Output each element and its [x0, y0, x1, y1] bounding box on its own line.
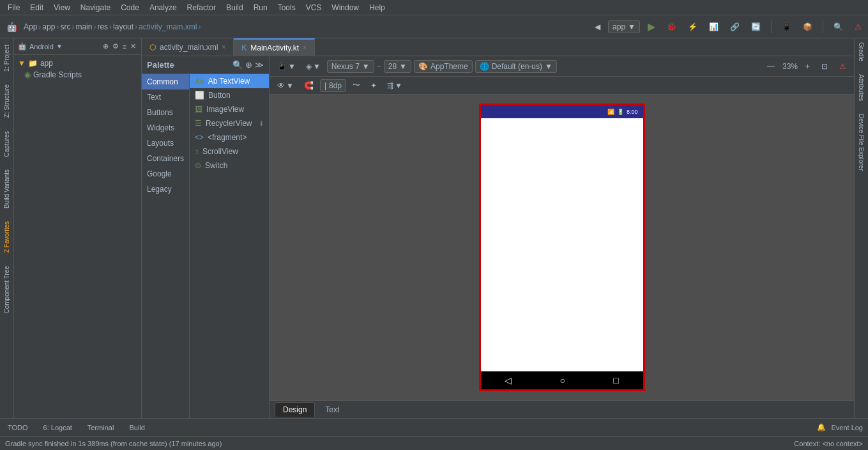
locale-dropdown[interactable]: 🌐 Default (en-us) ▼ — [475, 60, 557, 73]
palette-cat-common[interactable]: Common — [142, 74, 189, 89]
project-more-button[interactable]: ≡ — [121, 42, 128, 52]
menu-help[interactable]: Help — [364, 0, 390, 15]
api-dropdown[interactable]: 28 ▼ — [384, 60, 411, 73]
palette-cat-containers[interactable]: Containers — [142, 151, 189, 166]
error-button[interactable]: ⚠ — [851, 21, 865, 33]
palette-cat-widgets[interactable]: Widgets — [142, 120, 189, 136]
project-settings-button[interactable]: ⚙ — [111, 41, 120, 52]
sidebar-component-tree-icon[interactable]: Component Tree — [2, 262, 11, 318]
menu-analyze[interactable]: Analyze — [144, 0, 182, 15]
tab-close-mainactivity[interactable]: × — [303, 44, 307, 51]
run-button[interactable]: ▶ — [644, 19, 659, 34]
palette-item-imageview[interactable]: 🖼 ImageView — [190, 102, 269, 116]
sidebar-build-variants-icon[interactable]: Build Variants — [2, 166, 11, 212]
canvas-tab-text[interactable]: Text — [317, 403, 347, 417]
tree-item-app[interactable]: ▼ 📁 app — [14, 58, 141, 69]
project-add-button[interactable]: ⊕ — [102, 41, 110, 52]
breadcrumb-res[interactable]: res — [97, 22, 108, 31]
breadcrumb-app[interactable]: App — [24, 22, 37, 31]
device-label: Nexus 7 — [331, 62, 360, 71]
palette-add-icon[interactable]: ⊕ — [245, 60, 252, 70]
sidebar-gradle-icon[interactable]: Gradle — [857, 38, 866, 65]
palette-item-switch[interactable]: ⊙ Switch — [190, 159, 269, 173]
bottom-tab-logcat[interactable]: 6: Logcat — [41, 423, 75, 433]
sidebar-structure-icon[interactable]: Z: Structure — [2, 81, 11, 121]
nav-recent-btn[interactable]: □ — [613, 375, 618, 385]
breadcrumb-src[interactable]: src — [60, 22, 70, 31]
menu-edit[interactable]: Edit — [25, 0, 49, 15]
event-log-label[interactable]: Event Log — [831, 424, 863, 431]
sync-button[interactable]: 🔄 — [747, 21, 765, 33]
guidelines-btn[interactable]: ✦ — [367, 80, 381, 91]
nav-back-btn[interactable]: ◁ — [505, 375, 512, 385]
palette-cat-layouts[interactable]: Layouts — [142, 136, 189, 151]
app-run-config[interactable]: app ▼ — [608, 20, 640, 33]
margin-dropdown[interactable]: | 8dp — [320, 79, 346, 92]
palette-item-scrollview[interactable]: ↕ ScrollView — [190, 144, 269, 159]
error-indicator-btn[interactable]: ⚠ — [835, 61, 850, 72]
palette-item-textview[interactable]: Ab Ab TextView — [190, 74, 269, 88]
zoom-in-btn[interactable]: + — [802, 61, 814, 72]
menu-run[interactable]: Run — [248, 0, 273, 15]
palette-cat-google[interactable]: Google — [142, 166, 189, 182]
theme-dropdown[interactable]: 🎨 AppTheme — [414, 60, 473, 73]
debug-button[interactable]: 🐞 — [663, 21, 680, 33]
bottom-tab-build[interactable]: Build — [126, 423, 147, 433]
tab-activity-main[interactable]: ⬡ activity_main.xml × — [142, 38, 234, 56]
tree-item-gradle[interactable]: ◉ Gradle Scripts — [14, 69, 141, 81]
sidebar-favorites-icon[interactable]: 2 Favorites — [2, 217, 11, 256]
breadcrumb-main[interactable]: main — [75, 22, 92, 31]
tab-close-activity-main[interactable]: × — [222, 43, 225, 50]
canvas-tab-design[interactable]: Design — [275, 402, 315, 417]
sidebar-captures-icon[interactable]: Captures — [2, 127, 11, 161]
back-button[interactable]: ◀ — [591, 21, 604, 33]
theme-label: AppTheme — [430, 62, 468, 71]
coverage-button[interactable]: ⚡ — [684, 21, 701, 33]
menu-vcs[interactable]: VCS — [301, 0, 327, 15]
nav-home-btn[interactable]: ○ — [560, 375, 565, 385]
bottom-tab-todo[interactable]: TODO — [5, 423, 31, 433]
sdk-button[interactable]: 📦 — [799, 21, 816, 33]
palette-search-icon[interactable]: 🔍 — [232, 60, 243, 70]
infer-constraints-btn[interactable]: 〜 — [349, 79, 364, 92]
sidebar-device-file-icon[interactable]: Device File Explorer — [857, 110, 866, 175]
palette-more-icon[interactable]: ≫ — [255, 60, 264, 70]
palette-cat-text[interactable]: Text — [142, 89, 189, 105]
sidebar-project-icon[interactable]: 1: Project — [2, 41, 11, 75]
breadcrumb-file[interactable]: activity_main.xml — [139, 22, 197, 31]
palette-cat-legacy[interactable]: Legacy — [142, 182, 189, 197]
palette-item-button[interactable]: ⬜ Button — [190, 88, 269, 102]
menu-window[interactable]: Window — [326, 0, 364, 15]
zoom-out-btn[interactable]: — — [763, 61, 779, 72]
project-hide-button[interactable]: ✕ — [129, 41, 137, 52]
attach-button[interactable]: 🔗 — [726, 21, 743, 33]
sidebar-attributes-icon[interactable]: Attributes — [857, 70, 866, 105]
palette-item-fragment[interactable]: <> <fragment> — [190, 130, 269, 144]
menu-refactor[interactable]: Refactor — [182, 0, 221, 15]
palette-cat-buttons[interactable]: Buttons — [142, 105, 189, 120]
breadcrumb-layout[interactable]: layout — [113, 22, 133, 31]
breadcrumb-sep3: › — [72, 22, 74, 31]
menu-navigate[interactable]: Navigate — [75, 0, 116, 15]
orientation-btn[interactable]: 📱 ▼ — [273, 61, 300, 72]
profile-button[interactable]: 📊 — [705, 21, 722, 33]
constraint-btn[interactable]: ◈ ▼ — [302, 61, 324, 72]
tab-mainactivity[interactable]: K MainActivity.kt × — [234, 38, 315, 56]
device-dropdown[interactable]: Nexus 7 ▼ — [327, 60, 374, 73]
menu-view[interactable]: View — [49, 0, 75, 15]
menu-file[interactable]: File — [3, 0, 25, 15]
align-btn[interactable]: ⇶ ▼ — [383, 80, 406, 91]
zoom-fit-btn[interactable]: ⊡ — [818, 61, 832, 72]
avd-button[interactable]: 📱 — [778, 21, 795, 33]
menu-build[interactable]: Build — [221, 0, 248, 15]
magnet-btn[interactable]: 🧲 — [300, 80, 317, 91]
palette-item-recyclerview[interactable]: ☰ RecyclerView ⬇ — [190, 116, 269, 130]
fragment-icon: <> — [195, 133, 204, 142]
menu-tools[interactable]: Tools — [273, 0, 301, 15]
breadcrumb-app2[interactable]: app — [42, 22, 55, 31]
menu-code[interactable]: Code — [116, 0, 144, 15]
bottom-tab-terminal[interactable]: Terminal — [85, 423, 117, 433]
eye-btn[interactable]: 👁 ▼ — [273, 80, 298, 91]
search-button[interactable]: 🔍 — [830, 21, 847, 33]
chevron-down-icon[interactable]: ▼ — [56, 43, 63, 50]
